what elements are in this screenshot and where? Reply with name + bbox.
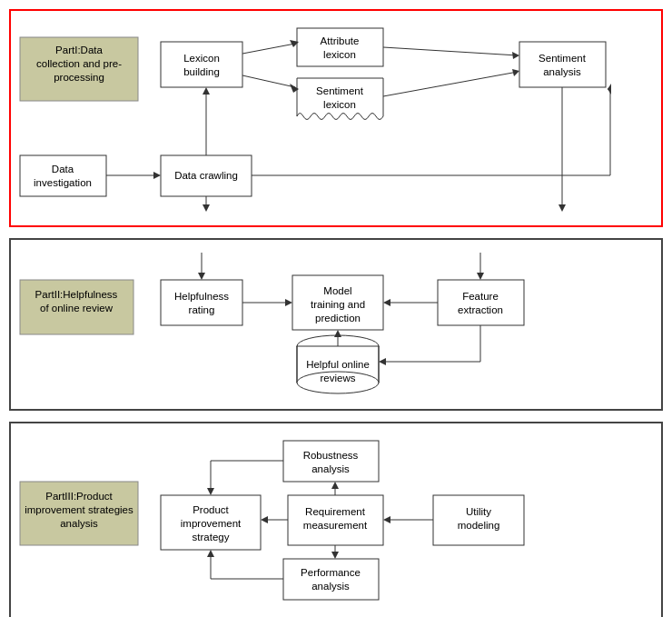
svg-text:training and: training and	[311, 299, 365, 310]
svg-text:collection and pre-: collection and pre-	[36, 58, 122, 69]
svg-text:measurement: measurement	[303, 520, 368, 531]
svg-marker-101	[261, 516, 268, 523]
svg-marker-67	[383, 299, 390, 306]
svg-text:Model: Model	[323, 285, 351, 296]
svg-text:modeling: modeling	[458, 520, 500, 531]
svg-text:Feature: Feature	[462, 291, 499, 302]
svg-text:lexicon: lexicon	[323, 49, 356, 60]
svg-text:PartIII:Product: PartIII:Product	[45, 491, 113, 502]
part1-flow-svg: PartI:Data collection and pre- processin…	[20, 24, 656, 210]
svg-marker-37	[203, 204, 210, 212]
svg-text:Data crawling: Data crawling	[174, 170, 238, 181]
svg-marker-23	[203, 87, 210, 95]
svg-text:Helpful online: Helpful online	[306, 359, 370, 370]
svg-text:Sentiment: Sentiment	[316, 85, 364, 96]
svg-marker-106	[207, 550, 214, 557]
svg-marker-103	[331, 552, 339, 559]
svg-text:Product: Product	[193, 504, 229, 515]
svg-text:investigation: investigation	[34, 177, 92, 188]
svg-rect-50	[438, 280, 524, 325]
svg-text:lexicon: lexicon	[323, 99, 356, 110]
svg-text:analysis: analysis	[543, 66, 581, 77]
svg-line-24	[242, 44, 295, 54]
svg-marker-63	[477, 273, 484, 280]
svg-text:analysis: analysis	[311, 463, 350, 474]
section-part1: PartI:Data collection and pre- processin…	[9, 9, 663, 227]
svg-text:rating: rating	[189, 304, 215, 315]
svg-marker-96	[331, 482, 339, 489]
svg-line-26	[242, 75, 295, 87]
svg-marker-31	[512, 69, 519, 76]
part3-flow-svg: PartIII:Product improvement strategies a…	[20, 436, 656, 617]
svg-text:Lexicon: Lexicon	[183, 53, 220, 64]
diagram-container: PartI:Data collection and pre- processin…	[9, 9, 663, 617]
svg-text:analysis: analysis	[60, 518, 98, 529]
svg-text:processing: processing	[54, 72, 104, 83]
svg-text:Data: Data	[52, 164, 74, 174]
svg-rect-12	[519, 42, 606, 87]
svg-text:reviews: reviews	[321, 373, 356, 383]
svg-line-30	[383, 72, 518, 96]
svg-marker-94	[383, 516, 390, 523]
svg-marker-99	[207, 488, 214, 495]
svg-rect-90	[283, 559, 379, 600]
svg-text:PartII:Helpfulness: PartII:Helpfulness	[35, 289, 118, 300]
svg-text:Utility: Utility	[466, 506, 491, 517]
svg-rect-7	[297, 28, 383, 66]
svg-text:extraction: extraction	[458, 304, 503, 315]
svg-text:Performance: Performance	[301, 567, 361, 578]
svg-text:improvement strategies: improvement strategies	[25, 504, 133, 515]
svg-marker-35	[608, 84, 611, 95]
svg-text:Attribute: Attribute	[321, 35, 360, 46]
svg-marker-29	[512, 52, 519, 59]
svg-text:Requirement: Requirement	[305, 506, 366, 517]
svg-marker-39	[558, 204, 566, 212]
svg-text:Sentiment: Sentiment	[539, 53, 587, 64]
svg-text:building: building	[183, 66, 220, 77]
svg-rect-43	[161, 280, 242, 325]
svg-text:of online review: of online review	[40, 303, 114, 313]
svg-marker-65	[285, 299, 292, 306]
section-part2: PartII:Helpfulness of online review Help…	[9, 238, 663, 411]
svg-marker-21	[153, 172, 161, 179]
svg-text:improvement: improvement	[181, 518, 242, 529]
svg-marker-61	[198, 273, 205, 280]
svg-text:PartI:Data: PartI:Data	[55, 45, 103, 55]
svg-text:Robustness: Robustness	[303, 450, 359, 461]
svg-marker-72	[379, 358, 386, 365]
svg-text:analysis: analysis	[311, 581, 350, 592]
part2-flow-svg: PartII:Helpfulness of online review Help…	[20, 253, 656, 393]
svg-rect-77	[283, 441, 379, 482]
svg-text:Helpfulness: Helpfulness	[174, 291, 229, 302]
section-part3: PartIII:Product improvement strategies a…	[9, 422, 663, 617]
svg-line-28	[383, 47, 518, 55]
svg-marker-69	[334, 330, 341, 337]
svg-text:prediction: prediction	[315, 313, 361, 323]
svg-rect-4	[161, 42, 242, 87]
svg-rect-15	[20, 155, 106, 196]
svg-text:strategy: strategy	[193, 532, 230, 542]
